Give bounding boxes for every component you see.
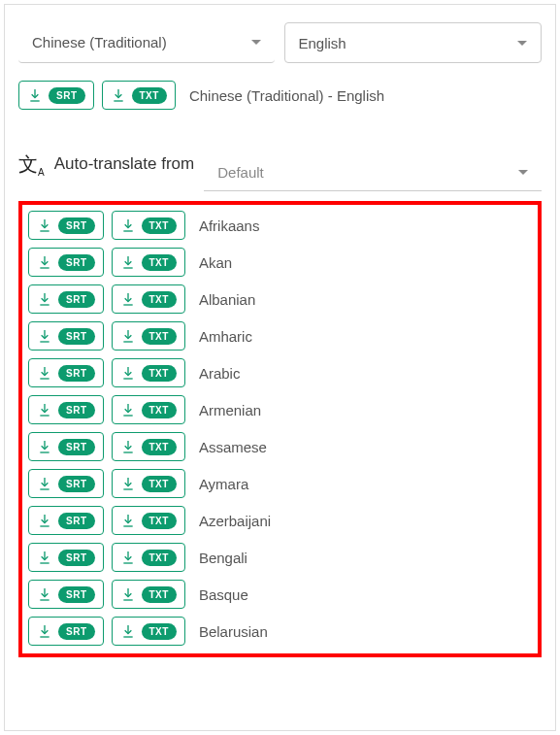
language-selectors: Chinese (Traditional) English [18, 22, 542, 63]
language-row: SRTTXTAymara [28, 469, 532, 498]
source-language-dropdown[interactable]: Chinese (Traditional) [18, 22, 275, 63]
auto-translate-dropdown[interactable]: Default [204, 154, 542, 191]
download-txt-button[interactable]: TXT [112, 580, 185, 609]
download-icon [37, 476, 52, 491]
download-icon [120, 476, 136, 491]
download-icon [37, 254, 52, 270]
language-list-highlight: SRTTXTAfrikaansSRTTXTAkanSRTTXTAlbanianS… [18, 201, 542, 657]
language-row: SRTTXTAssamese [28, 432, 532, 461]
txt-badge: TXT [142, 217, 177, 234]
download-icon [120, 291, 136, 307]
download-icon [37, 550, 52, 565]
download-txt-button[interactable]: TXT [112, 395, 185, 424]
auto-translate-row: 文A Auto-translate from Default [18, 137, 542, 191]
language-row: SRTTXTArmenian [28, 395, 532, 424]
txt-badge: TXT [142, 402, 177, 418]
srt-badge: SRT [58, 217, 95, 234]
download-srt-button[interactable]: SRT [28, 469, 104, 498]
download-srt-button[interactable]: SRT [28, 211, 104, 240]
srt-badge: SRT [58, 254, 95, 271]
auto-translate-value: Default [217, 164, 264, 181]
download-srt-button[interactable]: SRT [28, 358, 104, 387]
language-pair-label: Chinese (Traditional) - English [189, 87, 384, 104]
download-icon [120, 586, 136, 602]
download-srt-button[interactable]: SRT [28, 284, 104, 314]
download-srt-button[interactable]: SRT [28, 543, 104, 572]
language-list: SRTTXTAfrikaansSRTTXTAkanSRTTXTAlbanianS… [28, 211, 532, 646]
download-srt-button[interactable]: SRT [28, 580, 104, 609]
download-txt-button[interactable]: TXT [102, 81, 176, 110]
language-row: SRTTXTBelarusian [28, 617, 532, 646]
download-srt-button[interactable]: SRT [28, 321, 104, 351]
download-srt-button[interactable]: SRT [28, 395, 104, 424]
target-language-value: English [299, 35, 346, 51]
download-srt-button[interactable]: SRT [28, 248, 104, 277]
txt-badge: TXT [142, 439, 177, 455]
language-label: Albanian [199, 291, 255, 308]
download-icon [37, 623, 52, 639]
language-row: SRTTXTBasque [28, 580, 532, 609]
download-txt-button[interactable]: TXT [112, 358, 185, 387]
download-txt-button[interactable]: TXT [112, 321, 185, 351]
download-txt-button[interactable]: TXT [112, 211, 185, 240]
language-row: SRTTXTAkan [28, 248, 532, 277]
download-txt-button[interactable]: TXT [112, 284, 185, 314]
download-icon [37, 586, 52, 602]
download-icon [120, 439, 136, 454]
txt-badge: TXT [142, 291, 177, 308]
download-txt-button[interactable]: TXT [112, 506, 185, 535]
srt-badge: SRT [58, 586, 95, 603]
srt-badge: SRT [58, 328, 95, 345]
download-srt-button[interactable]: SRT [28, 506, 104, 535]
download-txt-button[interactable]: TXT [112, 469, 185, 498]
language-label: Azerbaijani [199, 513, 271, 529]
download-icon [120, 254, 136, 270]
download-txt-button[interactable]: TXT [112, 543, 185, 572]
srt-badge: SRT [58, 291, 95, 308]
srt-badge: SRT [58, 402, 95, 418]
download-srt-button[interactable]: SRT [28, 432, 104, 461]
language-label: Aymara [199, 476, 248, 492]
download-icon [120, 550, 136, 565]
txt-badge: TXT [142, 365, 177, 382]
srt-badge: SRT [58, 365, 95, 382]
chevron-down-icon [251, 40, 261, 45]
srt-badge: SRT [58, 476, 95, 492]
download-icon [37, 402, 52, 418]
language-row: SRTTXTAmharic [28, 321, 532, 351]
target-language-dropdown[interactable]: English [284, 22, 543, 63]
srt-badge: SRT [58, 623, 95, 640]
language-row: SRTTXTAfrikaans [28, 211, 532, 240]
txt-badge: TXT [142, 623, 177, 640]
language-label: Bengali [199, 550, 247, 566]
language-row: SRTTXTArabic [28, 358, 532, 387]
srt-badge: SRT [58, 513, 95, 529]
language-row: SRTTXTAlbanian [28, 284, 532, 314]
language-row: SRTTXTAzerbaijani [28, 506, 532, 535]
language-label: Arabic [199, 365, 241, 382]
download-srt-button[interactable]: SRT [28, 617, 104, 646]
chevron-down-icon [518, 170, 528, 175]
language-label: Armenian [199, 402, 261, 418]
download-icon [120, 328, 136, 344]
download-txt-button[interactable]: TXT [112, 617, 185, 646]
language-label: Basque [199, 586, 248, 603]
language-label: Akan [199, 254, 232, 271]
download-txt-button[interactable]: TXT [112, 248, 185, 277]
language-label: Amharic [199, 328, 252, 345]
language-label: Belarusian [199, 623, 268, 640]
srt-badge: SRT [49, 87, 85, 104]
download-srt-button[interactable]: SRT [18, 81, 94, 110]
download-icon [120, 513, 136, 528]
download-icon [37, 291, 52, 307]
download-icon [120, 402, 136, 418]
download-icon [27, 87, 43, 103]
txt-badge: TXT [142, 476, 177, 492]
translate-icon: 文A [18, 151, 45, 178]
source-language-value: Chinese (Traditional) [32, 34, 167, 50]
download-icon [37, 328, 52, 344]
txt-badge: TXT [132, 87, 167, 104]
download-txt-button[interactable]: TXT [112, 432, 185, 461]
chevron-down-icon [517, 41, 527, 46]
language-label: Assamese [199, 439, 267, 455]
